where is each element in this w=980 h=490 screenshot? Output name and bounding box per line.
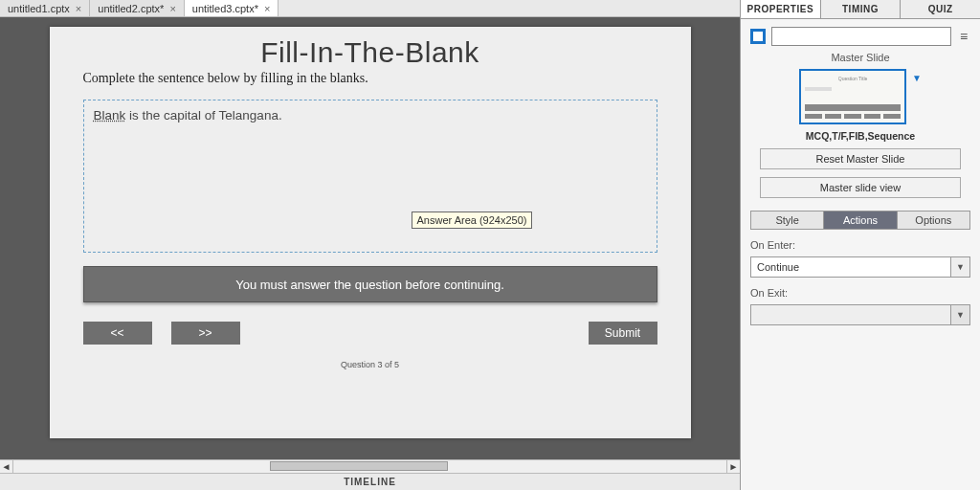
master-slide-thumbnail[interactable]: Question Title xyxy=(799,69,906,124)
on-exit-label: On Exit: xyxy=(750,287,970,299)
doc-tab-label: untitled2.cptx* xyxy=(98,3,164,14)
reset-master-button[interactable]: Reset Master Slide xyxy=(760,148,961,169)
question-counter: Question 3 of 5 xyxy=(83,360,657,369)
stage: Fill-In-The-Blank Complete the sentence … xyxy=(0,17,740,459)
subtab-options[interactable]: Options xyxy=(898,212,969,229)
close-icon[interactable]: × xyxy=(264,3,270,14)
next-button[interactable]: >> xyxy=(171,322,240,345)
doc-tab-1[interactable]: untitled1.cptx × xyxy=(0,0,90,16)
scroll-left-icon[interactable]: ◄ xyxy=(0,460,13,473)
doc-tab-3[interactable]: untitled3.cptx* × xyxy=(185,0,279,16)
slide-name-input[interactable] xyxy=(771,27,951,46)
chevron-down-icon: ▼ xyxy=(950,257,969,277)
slide-type-icon xyxy=(750,29,766,44)
on-enter-value: Continue xyxy=(757,261,799,273)
subtab-style[interactable]: Style xyxy=(751,212,824,229)
close-icon[interactable]: × xyxy=(169,3,175,14)
chevron-down-icon: ▼ xyxy=(950,305,969,324)
horizontal-scrollbar[interactable]: ◄ ► xyxy=(0,459,740,473)
on-exit-select[interactable]: ▼ xyxy=(750,304,970,325)
tab-timing[interactable]: TIMING xyxy=(821,0,902,18)
doc-tab-label: untitled1.cptx xyxy=(8,3,70,14)
submit-button[interactable]: Submit xyxy=(589,322,657,345)
scroll-thumb[interactable] xyxy=(270,461,448,471)
timeline-label: TIMELINE xyxy=(344,477,396,487)
instruction-text[interactable]: Complete the sentence below by filling i… xyxy=(83,71,657,86)
on-enter-label: On Enter: xyxy=(750,239,970,251)
scroll-right-icon[interactable]: ► xyxy=(726,460,740,473)
question-slide[interactable]: Fill-In-The-Blank Complete the sentence … xyxy=(50,27,691,438)
blank-field[interactable]: Blank xyxy=(94,108,126,122)
feedback-text: You must answer the question before cont… xyxy=(235,278,504,292)
master-slide-label: Master Slide xyxy=(750,52,970,63)
property-subtabs: Style Actions Options xyxy=(750,211,970,230)
master-slide-name: MCQ,T/F,FIB,Sequence xyxy=(750,130,970,142)
inspector-tabs: PROPERTIES TIMING QUIZ xyxy=(741,0,980,19)
thumb-title: Question Title xyxy=(819,75,886,81)
document-tabs: untitled1.cptx × untitled2.cptx* × untit… xyxy=(0,0,740,17)
answer-area[interactable]: Blank is the capital of Telangana. Answe… xyxy=(83,100,657,253)
doc-tab-2[interactable]: untitled2.cptx* × xyxy=(90,0,185,16)
doc-tab-label: untitled3.cptx* xyxy=(192,3,258,14)
size-tooltip: Answer Area (924x250) xyxy=(412,212,533,229)
chevron-down-icon[interactable]: ▼ xyxy=(912,73,922,83)
timeline-panel-header[interactable]: TIMELINE xyxy=(0,473,740,490)
slide-title[interactable]: Fill-In-The-Blank xyxy=(83,36,657,69)
subtab-actions[interactable]: Actions xyxy=(824,212,897,229)
sentence-text: is the capital of Telangana. xyxy=(125,108,281,122)
tab-quiz[interactable]: QUIZ xyxy=(901,0,980,18)
list-icon[interactable]: ≡ xyxy=(957,29,970,44)
feedback-caption[interactable]: You must answer the question before cont… xyxy=(83,266,657,302)
on-enter-select[interactable]: Continue ▼ xyxy=(750,256,970,278)
scroll-track[interactable] xyxy=(13,460,726,473)
prev-button[interactable]: << xyxy=(83,322,152,345)
tab-properties[interactable]: PROPERTIES xyxy=(741,0,821,18)
master-view-button[interactable]: Master slide view xyxy=(760,177,961,198)
close-icon[interactable]: × xyxy=(76,3,81,14)
